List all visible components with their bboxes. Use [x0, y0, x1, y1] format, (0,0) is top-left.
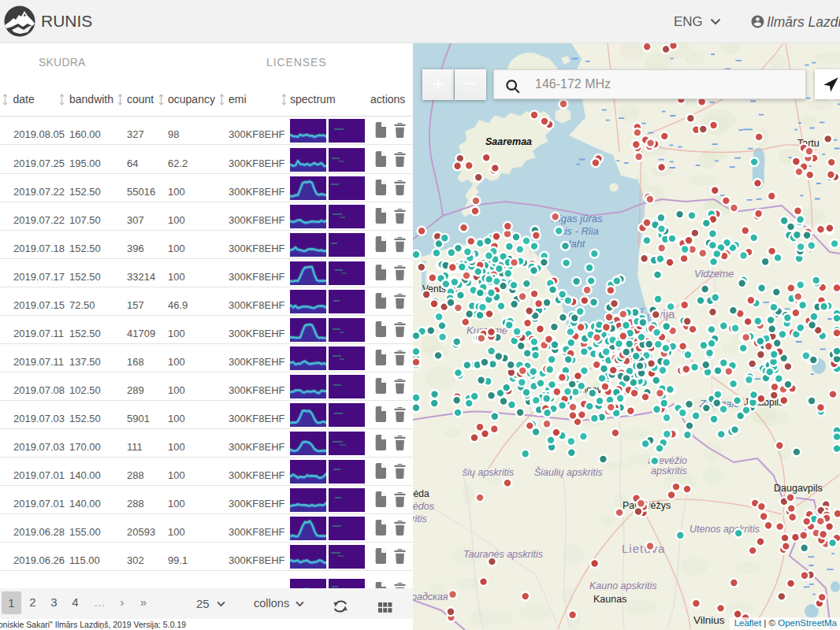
- svg-text:apskritis: apskritis: [413, 513, 427, 524]
- svg-text:Tauragės apskritis: Tauragės apskritis: [463, 549, 543, 560]
- svg-text:Klaipėdos: Klaipėdos: [413, 501, 434, 512]
- svg-text:Šiaulių apskritis: Šiaulių apskritis: [534, 466, 603, 478]
- svg-text:Калининградская: Калининградская: [413, 591, 448, 602]
- svg-text:šių apskritis: šių apskritis: [463, 467, 514, 478]
- svg-text:Daugavpils: Daugavpils: [774, 483, 823, 494]
- svg-text:Kauno apskritis: Kauno apskritis: [589, 580, 656, 591]
- svg-text:Saaremaa: Saaremaa: [485, 136, 532, 147]
- svg-text:Kaunas: Kaunas: [593, 594, 626, 605]
- svg-text:laht: laht: [569, 238, 586, 250]
- svg-text:Klaipėda: Klaipėda: [413, 488, 429, 499]
- svg-text:Vilnius: Vilnius: [693, 614, 725, 626]
- svg-text:Lietuva: Lietuva: [622, 542, 665, 555]
- svg-text:Vidzeme: Vidzeme: [694, 268, 734, 280]
- svg-text:apskritis: apskritis: [651, 465, 687, 476]
- svg-text:Utenos apskritis: Utenos apskritis: [689, 524, 760, 535]
